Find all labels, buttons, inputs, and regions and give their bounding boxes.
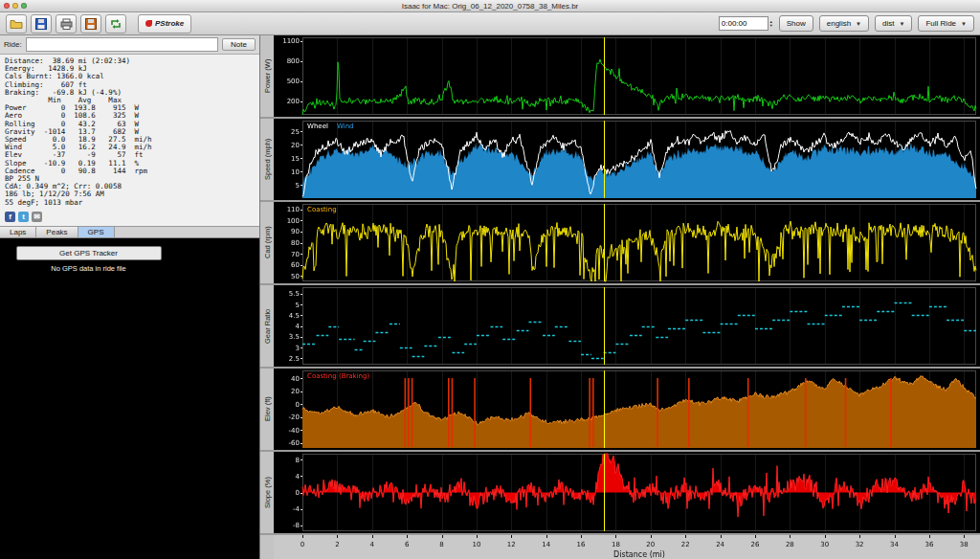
- gear-axis-title: Gear Ratio: [260, 285, 274, 367]
- x-axis: [260, 535, 980, 559]
- share-icons: f t ✉: [0, 210, 259, 226]
- open-button[interactable]: [6, 14, 27, 34]
- floppy-icon: [35, 18, 47, 30]
- print-button[interactable]: [56, 14, 77, 34]
- speed-panel: Speed (mph): [260, 119, 980, 200]
- chevron-down-icon: ▼: [856, 21, 861, 27]
- sync-button[interactable]: [105, 14, 126, 34]
- chevron-down-icon: ▼: [961, 21, 967, 27]
- save-button[interactable]: [31, 14, 52, 34]
- axis-mode-select[interactable]: dist ▼: [875, 15, 912, 32]
- time-stepper[interactable]: ▲▼: [719, 16, 773, 31]
- mail-icon[interactable]: ✉: [32, 212, 42, 222]
- export-disk-icon: [85, 18, 97, 30]
- folder-icon: [10, 18, 23, 29]
- power-chart[interactable]: [274, 35, 980, 117]
- cadence-panel: Cad (rpm): [260, 202, 980, 283]
- range-select[interactable]: Full Ride ▼: [918, 15, 974, 32]
- window-controls[interactable]: [4, 3, 27, 9]
- units-select-value: english: [827, 19, 851, 28]
- minimize-window-icon[interactable]: [12, 3, 18, 9]
- pstroke-logo-icon: [145, 20, 152, 27]
- tab-gps[interactable]: GPS: [78, 227, 115, 237]
- range-select-value: Full Ride: [925, 19, 956, 28]
- printer-icon: [60, 18, 73, 30]
- sidebar-tabs: Laps Peaks GPS: [0, 226, 259, 238]
- power-axis-title: Power (W): [260, 35, 274, 117]
- show-button[interactable]: Show: [779, 15, 813, 32]
- slope-panel: Slope (%): [260, 452, 980, 533]
- distance-axis: [274, 535, 980, 559]
- ride-stats-summary: Distance: 38.69 mi (2:02:34) Energy: 142…: [0, 55, 259, 210]
- export-button[interactable]: [80, 14, 101, 34]
- facebook-icon[interactable]: f: [5, 212, 15, 222]
- twitter-icon[interactable]: t: [18, 212, 29, 222]
- window-titlebar: Isaac for Mac: Orig_06_12_2020_0758_38_M…: [0, 0, 980, 12]
- elevation-chart[interactable]: [274, 369, 980, 450]
- note-button[interactable]: Note: [222, 38, 256, 51]
- chart-zone: Power (W) Speed (mph) Cad (rpm) Gear Rat…: [260, 35, 980, 559]
- get-gps-tracker-button[interactable]: Get GPS Tracker: [16, 246, 162, 260]
- close-window-icon[interactable]: [4, 3, 10, 9]
- axis-mode-value: dist: [882, 19, 894, 28]
- x-axis-spacer: [260, 535, 274, 559]
- tab-laps[interactable]: Laps: [0, 227, 36, 237]
- show-button-label: Show: [787, 19, 806, 28]
- toolbar-right-controls: ▲▼ Show english ▼ dist ▼ Full Ride ▼: [719, 15, 974, 32]
- zoom-window-icon[interactable]: [21, 3, 27, 9]
- slope-chart[interactable]: [274, 452, 980, 533]
- cadence-chart[interactable]: [274, 202, 980, 283]
- speed-axis-title: Speed (mph): [260, 119, 274, 200]
- sync-icon: [110, 18, 122, 30]
- power-panel: Power (W): [260, 35, 980, 117]
- sidebar: Ride: Note Distance: 38.69 mi (2:02:34) …: [0, 35, 260, 559]
- gear-panel: Gear Ratio: [260, 285, 980, 367]
- units-select[interactable]: english ▼: [819, 15, 869, 32]
- toolbar: PStroke ▲▼ Show english ▼ dist ▼ Full Ri…: [0, 12, 980, 35]
- slope-axis-title: Slope (%): [260, 452, 274, 533]
- ride-row: Ride: Note: [0, 35, 259, 55]
- time-stepper-arrows[interactable]: ▲▼: [769, 20, 773, 28]
- pstroke-label: PStroke: [155, 19, 184, 28]
- gps-status-message: No GPS data in ride file: [51, 264, 125, 273]
- ride-label: Ride:: [4, 40, 22, 49]
- pstroke-button[interactable]: PStroke: [138, 14, 191, 34]
- elevation-panel: Elev (ft): [260, 369, 980, 450]
- window-title: Isaac for Mac: Orig_06_12_2020_0758_38_M…: [402, 2, 579, 11]
- cadence-axis-title: Cad (rpm): [260, 202, 274, 283]
- tab-peaks[interactable]: Peaks: [36, 227, 78, 237]
- chevron-down-icon: ▼: [900, 21, 905, 27]
- gear-chart[interactable]: [274, 285, 980, 367]
- gps-panel: Get GPS Tracker No GPS data in ride file: [0, 238, 259, 559]
- ride-name-input[interactable]: [26, 37, 218, 52]
- time-input[interactable]: [719, 16, 768, 31]
- speed-chart[interactable]: [274, 119, 980, 200]
- elevation-axis-title: Elev (ft): [260, 369, 274, 450]
